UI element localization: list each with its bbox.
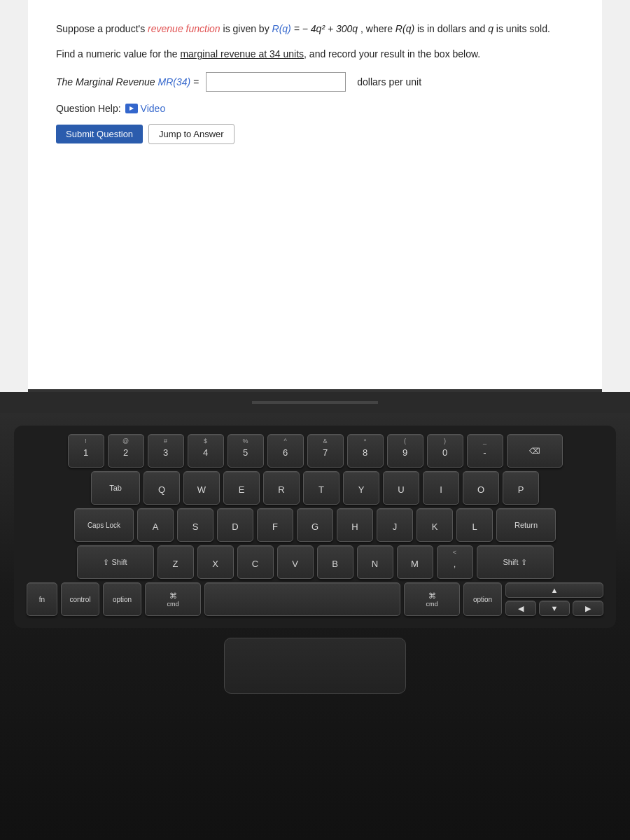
key-e[interactable]: E [223, 471, 260, 505]
problem-statement: Suppose a product's revenue function is … [56, 21, 574, 36]
zxcv-row: ⇧ Shift Z X C V B N M <, Shift ⇧ [25, 545, 605, 579]
key-exclaim[interactable]: !1 [68, 434, 104, 468]
key-q[interactable]: Q [144, 471, 180, 505]
key-option-right[interactable]: option [463, 582, 502, 616]
key-caps[interactable]: Caps Lock [74, 508, 134, 542]
key-x[interactable]: X [197, 545, 234, 579]
modifier-row: fn control option ⌘ cmd ⌘ cmd option ▲ ◀… [25, 582, 605, 616]
key-z[interactable]: Z [158, 545, 194, 579]
screen-content: Suppose a product's revenue function is … [28, 0, 602, 392]
marginal-revenue-underline: marginal revenue at 34 units [180, 48, 304, 59]
key-i[interactable]: I [423, 471, 459, 505]
key-g[interactable]: G [297, 508, 333, 542]
key-m[interactable]: M [397, 545, 433, 579]
key-shift-right[interactable]: Shift ⇧ [477, 545, 554, 579]
keyboard: !1 @2 #3 $4 %5 ^6 &7 *8 (9 )0 _- ⌫ Tab Q… [14, 426, 616, 628]
key-s[interactable]: S [177, 508, 214, 542]
arrow-cluster: ▲ ◀ ▼ ▶ [505, 582, 603, 616]
key-fn[interactable]: fn [27, 582, 57, 616]
video-label: Video [141, 103, 166, 114]
number-row: !1 @2 #3 $4 %5 ^6 &7 *8 (9 )0 _- ⌫ [25, 434, 605, 468]
key-return[interactable]: Return [496, 508, 556, 542]
key-u[interactable]: U [383, 471, 419, 505]
key-cmd-left[interactable]: ⌘ cmd [145, 582, 201, 616]
video-link[interactable]: Video [125, 103, 166, 114]
key-minus[interactable]: _- [467, 434, 503, 468]
revenue-function-highlight: revenue function [148, 23, 220, 34]
key-option-left[interactable]: option [103, 582, 141, 616]
key-hash[interactable]: #3 [148, 434, 184, 468]
key-space[interactable] [204, 582, 400, 616]
answer-input[interactable] [206, 72, 346, 92]
dollars-unit-label: dollars per unit [357, 76, 421, 88]
problem-instruction: Find a numeric value for the marginal re… [56, 46, 574, 62]
key-k[interactable]: K [416, 508, 453, 542]
key-arrow-left[interactable]: ◀ [505, 601, 536, 616]
jump-to-answer-button[interactable]: Jump to Answer [148, 124, 234, 144]
key-percent[interactable]: %5 [227, 434, 264, 468]
key-j[interactable]: J [377, 508, 413, 542]
key-y[interactable]: Y [343, 471, 379, 505]
key-l[interactable]: L [456, 508, 493, 542]
key-d[interactable]: D [217, 508, 253, 542]
key-ctrl[interactable]: control [61, 582, 99, 616]
q-var: q [488, 23, 493, 34]
key-comma[interactable]: <, [437, 545, 473, 579]
key-t[interactable]: T [303, 471, 340, 505]
marginal-revenue-row: The Marginal Revenue MR(34) = dollars pe… [56, 72, 574, 92]
key-f[interactable]: F [257, 508, 293, 542]
key-backspace[interactable]: ⌫ [507, 434, 563, 468]
qwerty-row: Tab Q W E R T Y U I O P [25, 471, 605, 505]
video-icon [125, 104, 138, 113]
rq-description: R(q) [396, 23, 414, 34]
key-arrow-up[interactable]: ▲ [505, 582, 603, 598]
marginal-label: The Marginal Revenue MR(34) = [56, 76, 199, 88]
key-tab[interactable]: Tab [91, 471, 140, 505]
key-arrow-right[interactable]: ▶ [573, 601, 603, 616]
rq-notation: R(q) [272, 23, 291, 34]
key-caret[interactable]: ^6 [267, 434, 304, 468]
action-buttons: Submit Question Jump to Answer [56, 124, 574, 144]
key-a[interactable]: A [137, 508, 174, 542]
question-help-label: Question Help: [56, 103, 121, 114]
key-shift-left[interactable]: ⇧ Shift [77, 545, 154, 579]
key-h[interactable]: H [337, 508, 373, 542]
equals-sign: = − 4q² + 300q [294, 23, 358, 34]
laptop-screen: Suppose a product's revenue function is … [0, 0, 630, 392]
trackpad[interactable] [224, 638, 406, 694]
key-o[interactable]: O [463, 471, 499, 505]
key-w[interactable]: W [183, 471, 220, 505]
key-p[interactable]: P [503, 471, 539, 505]
key-c[interactable]: C [237, 545, 274, 579]
laptop-hinge [0, 392, 630, 413]
key-closeparen[interactable]: )0 [427, 434, 463, 468]
key-cmd-right[interactable]: ⌘ cmd [404, 582, 460, 616]
key-n[interactable]: N [357, 545, 393, 579]
key-b[interactable]: B [317, 545, 354, 579]
asdf-row: Caps Lock A S D F G H J K L Return [25, 508, 605, 542]
keyboard-area: !1 @2 #3 $4 %5 ^6 &7 *8 (9 )0 _- ⌫ Tab Q… [0, 413, 630, 840]
key-openparen[interactable]: (9 [387, 434, 424, 468]
submit-question-button[interactable]: Submit Question [56, 125, 143, 144]
mr-notation: MR(34) [158, 76, 191, 88]
key-r[interactable]: R [263, 471, 300, 505]
key-at[interactable]: @2 [108, 434, 144, 468]
key-asterisk[interactable]: *8 [347, 434, 384, 468]
key-ampersand[interactable]: &7 [307, 434, 344, 468]
key-v[interactable]: V [277, 545, 314, 579]
key-dollar[interactable]: $4 [188, 434, 224, 468]
key-arrow-down[interactable]: ▼ [539, 601, 570, 616]
question-help-row: Question Help: Video [56, 103, 574, 114]
